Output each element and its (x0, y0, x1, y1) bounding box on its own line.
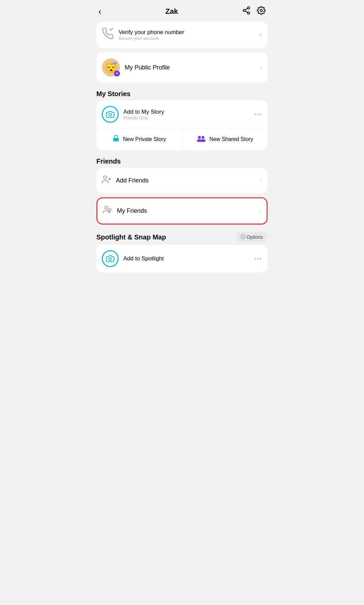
my-friends-icon (103, 205, 112, 217)
avatar-plus-icon: + (114, 70, 120, 77)
spotlight-title-text: Add to Spotlight (123, 255, 164, 262)
story-actions: New Private Story New Shared Story (96, 128, 268, 150)
svg-point-15 (105, 206, 108, 209)
group-icon (196, 135, 206, 144)
stories-card: Add to My Story Friends Only ••• New Pri… (96, 100, 268, 150)
verify-text: Verify your phone number Secure your acc… (119, 29, 184, 41)
my-stories-section-title: My Stories (91, 87, 273, 100)
avatar: 😴 + (102, 58, 120, 77)
chevron-right-icon: › (260, 177, 262, 184)
add-story-text: Add to My Story Friends Only (123, 109, 164, 120)
svg-rect-7 (113, 138, 119, 141)
svg-line-4 (245, 8, 247, 10)
story-dots-button[interactable]: ••• (254, 111, 262, 118)
options-button[interactable]: ⓘ Options (236, 232, 268, 242)
camera-spotlight-icon (102, 250, 119, 267)
verify-title: Verify your phone number (119, 29, 184, 36)
my-friends-label: My Friends (117, 207, 254, 214)
spotlight-header: Spotlight & Snap Map ⓘ Options (91, 229, 273, 245)
phone-check-icon (102, 28, 114, 42)
add-story-subtitle: Friends Only (123, 115, 164, 120)
camera-blue-icon (102, 106, 119, 123)
svg-point-19 (109, 258, 112, 260)
header-icons (242, 6, 266, 17)
svg-point-5 (260, 9, 263, 12)
spotlight-card[interactable]: Add to Spotlight ••• (96, 245, 268, 272)
add-friends-card[interactable]: Add Friends › (96, 168, 268, 193)
verify-subtitle: Secure your account (119, 36, 184, 41)
close-verify-button[interactable]: × (259, 32, 262, 38)
svg-point-9 (202, 136, 205, 139)
settings-icon[interactable] (257, 6, 266, 17)
new-private-story-label: New Private Story (123, 136, 166, 142)
add-to-my-story-row[interactable]: Add to My Story Friends Only ••• (96, 100, 268, 128)
svg-point-12 (103, 176, 107, 179)
spotlight-dots-button[interactable]: ••• (254, 255, 262, 263)
new-shared-story-label: New Shared Story (209, 136, 253, 142)
header: ‹ Zak (91, 0, 273, 22)
svg-line-3 (245, 11, 247, 12)
svg-point-11 (201, 139, 206, 142)
spotlight-text: Add to Spotlight (123, 255, 164, 262)
add-friend-icon (102, 175, 111, 186)
verify-phone-card[interactable]: Verify your phone number Secure your acc… (96, 22, 268, 48)
back-button[interactable]: ‹ (98, 6, 101, 17)
lock-icon (112, 135, 120, 144)
page-title: Zak (165, 7, 178, 16)
my-friends-card[interactable]: My Friends › (96, 197, 268, 225)
add-friends-row: Add Friends › (96, 168, 268, 193)
spotlight-section-title: Spotlight & Snap Map (96, 233, 166, 241)
my-friends-row: My Friends › (97, 198, 267, 224)
svg-point-8 (198, 136, 201, 139)
add-friends-label: Add Friends (116, 177, 255, 184)
verify-phone-row: Verify your phone number Secure your acc… (96, 22, 268, 48)
public-profile-card[interactable]: 😴 + My Public Profile › (96, 52, 268, 83)
chevron-right-icon: › (260, 64, 262, 71)
friends-section-title: Friends (91, 154, 273, 168)
svg-point-6 (109, 113, 112, 116)
profile-row: 😴 + My Public Profile › (96, 52, 268, 83)
public-profile-label: My Public Profile (125, 64, 255, 71)
chevron-right-icon: › (259, 207, 261, 214)
info-icon: ⓘ (241, 234, 245, 240)
add-story-title: Add to My Story (123, 109, 164, 115)
share-icon[interactable] (242, 6, 251, 17)
new-private-story-button[interactable]: New Private Story (96, 128, 182, 150)
add-to-spotlight-row: Add to Spotlight ••• (96, 245, 268, 272)
options-label: Options (247, 234, 263, 240)
new-shared-story-button[interactable]: New Shared Story (182, 128, 268, 150)
